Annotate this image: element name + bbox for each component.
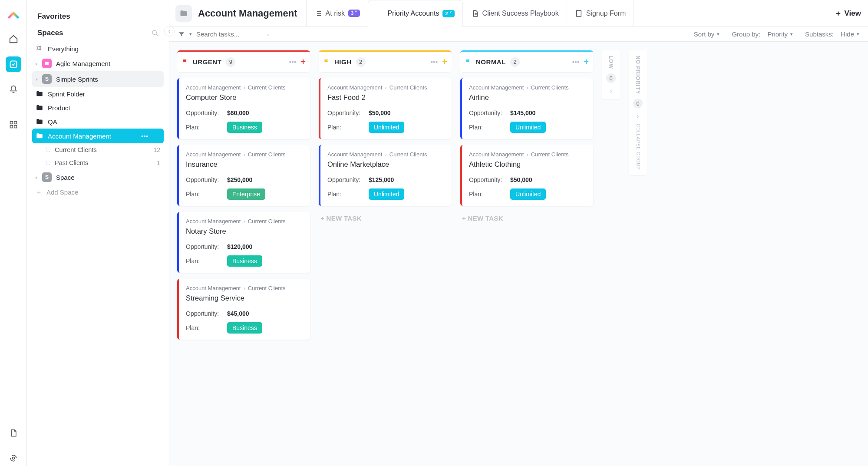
task-title: Airline — [469, 93, 587, 102]
flag-icon — [182, 59, 188, 66]
tab-badge: 2 ˅ — [442, 10, 454, 17]
column-header[interactable]: NORMAL2•••+ — [460, 50, 593, 72]
task-title: Streaming Service — [186, 294, 304, 302]
new-task-button[interactable]: + NEW TASK — [460, 212, 593, 225]
svg-rect-2 — [14, 122, 17, 124]
main-area: ‹ Account Management At risk3 ˅Priority … — [169, 0, 868, 466]
task-card[interactable]: Account Management›Current Clients Athle… — [460, 145, 593, 206]
task-card[interactable]: Account Management›Current Clients Insur… — [177, 145, 310, 206]
more-icon[interactable]: ••• — [572, 58, 580, 66]
tab-signup-form[interactable]: Signup Form — [567, 0, 634, 26]
topbar: Account Management At risk3 ˅Priority Ac… — [169, 0, 868, 27]
count-badge: 2 — [510, 57, 520, 67]
group-by-button[interactable]: Group by: Priority▾ — [732, 30, 793, 38]
more-icon[interactable]: ••• — [289, 58, 297, 66]
task-card[interactable]: Account Management›Current Clients Onlin… — [319, 145, 452, 206]
sort-by-button[interactable]: Sort by▾ — [694, 30, 720, 38]
sidebar-everything[interactable]: Everything — [32, 42, 164, 56]
more-icon[interactable]: ••• — [141, 132, 148, 140]
task-card[interactable]: Account Management›Current Clients Notar… — [177, 212, 310, 273]
svg-point-5 — [12, 457, 14, 459]
add-icon[interactable] — [152, 132, 160, 140]
column-header[interactable]: HIGH2•••+ — [319, 50, 452, 72]
folder-icon — [36, 132, 43, 140]
tab-priority-accounts[interactable]: Priority Accounts2 ˅ — [368, 0, 462, 27]
search-input[interactable] — [196, 30, 261, 38]
count-badge: 0 — [606, 73, 616, 83]
app-logo[interactable] — [7, 8, 20, 22]
tab-client-success-playbook[interactable]: Client Success Playbook — [463, 0, 567, 26]
new-task-button[interactable]: + NEW TASK — [319, 212, 452, 225]
svg-rect-15 — [576, 10, 581, 17]
task-title: Insurance — [186, 160, 304, 169]
svg-rect-1 — [10, 122, 13, 124]
nav-apps-icon[interactable] — [6, 117, 21, 132]
nav-clip-icon[interactable] — [6, 450, 21, 466]
opportunity-value: $50,000 — [369, 109, 391, 116]
list-icon — [314, 10, 322, 17]
breadcrumb: Account Management›Current Clients — [186, 218, 304, 225]
plan-pill: Unlimited — [369, 122, 404, 133]
subtasks-button[interactable]: Subtasks: Hide▾ — [805, 30, 859, 38]
task-card[interactable]: Account Management›Current Clients Airli… — [460, 78, 593, 139]
breadcrumb: Account Management›Current Clients — [469, 151, 587, 158]
plan-pill: Unlimited — [510, 122, 546, 133]
opportunity-value: $145,000 — [510, 109, 535, 116]
chevron-down-icon: ▾ — [790, 31, 793, 37]
task-card[interactable]: Account Management›Current Clients Fast … — [319, 78, 452, 139]
tab-at-risk[interactable]: At risk3 ˅ — [306, 0, 368, 26]
sidebar-sub-past-clients[interactable]: Past Clients1 — [32, 156, 164, 169]
add-icon[interactable]: + — [300, 57, 306, 67]
sidebar-item-qa[interactable]: QA — [32, 115, 164, 129]
sidebar-item-account-management[interactable]: Account Management••• — [32, 129, 164, 143]
filter-icon[interactable] — [178, 31, 185, 38]
sidebar-item-label: Simple Sprints — [56, 76, 98, 83]
collapsed-column-low[interactable]: LOW0› — [602, 50, 620, 99]
add-icon[interactable]: + — [584, 57, 589, 67]
nav-tasks-icon[interactable] — [6, 56, 21, 72]
plan-pill: Business — [227, 255, 262, 267]
nav-notifications-icon[interactable] — [6, 82, 21, 97]
add-space-button[interactable]: ＋ Add Space — [32, 185, 164, 199]
plan-pill: Enterprise — [227, 188, 265, 200]
chevron-down-icon: ▾ — [717, 31, 719, 37]
opportunity-value: $45,000 — [227, 310, 249, 317]
flag-icon — [323, 59, 330, 66]
chevron-down-icon[interactable]: ▾ — [189, 31, 192, 37]
plan-pill: Business — [227, 122, 262, 133]
sidebar-item-agile-management[interactable]: ▸Agile Management — [32, 56, 164, 71]
svg-rect-11 — [45, 62, 49, 65]
task-title: Notary Store — [186, 227, 304, 235]
add-view-button[interactable]: ＋ View — [835, 8, 861, 18]
sidebar-item-label: Account Management — [48, 132, 111, 140]
task-card[interactable]: Account Management›Current Clients Strea… — [177, 279, 310, 340]
column-urgent: URGENT9•••+Account Management›Current Cl… — [177, 50, 310, 346]
sidebar-item-label: Sprint Folder — [48, 90, 85, 98]
space-chip — [42, 59, 52, 68]
sidebar-item-space[interactable]: ▸SSpace — [32, 169, 164, 185]
icon-rail — [0, 0, 27, 466]
sidebar-sub-current-clients[interactable]: Current Clients12 — [32, 143, 164, 156]
list-dot-icon — [46, 148, 50, 152]
sidebar-spaces-header[interactable]: Spaces — [37, 29, 63, 37]
column-header[interactable]: URGENT9•••+ — [177, 50, 310, 72]
collapsed-column-no-priority[interactable]: NO PRIORITY0›COLLAPSE GROUP — [629, 50, 647, 175]
chevron-down-icon[interactable]: ⌄ — [266, 31, 270, 37]
sidebar-item-product[interactable]: Product — [32, 101, 164, 115]
breadcrumb: Account Management›Current Clients — [469, 84, 587, 91]
collapse-sidebar-button[interactable]: ‹ — [164, 26, 175, 36]
add-icon[interactable]: + — [442, 57, 447, 67]
sidebar-item-sprint-folder[interactable]: Sprint Folder — [32, 87, 164, 101]
task-card[interactable]: Account Management›Current Clients Compu… — [177, 78, 310, 139]
board-icon — [376, 10, 384, 17]
task-title: Fast Food 2 — [327, 93, 446, 102]
more-icon[interactable]: ••• — [431, 58, 438, 66]
sidebar-item-simple-sprints[interactable]: ▾SSimple Sprints — [32, 71, 164, 87]
nav-docs-icon[interactable] — [6, 425, 21, 441]
nav-home-icon[interactable] — [6, 31, 21, 47]
opportunity-value: $120,000 — [227, 243, 252, 250]
search-icon[interactable] — [152, 30, 158, 36]
sidebar-item-label: Agile Management — [56, 60, 110, 67]
svg-point-8 — [40, 46, 41, 47]
sidebar-favorites-header[interactable]: Favorites — [32, 9, 164, 25]
